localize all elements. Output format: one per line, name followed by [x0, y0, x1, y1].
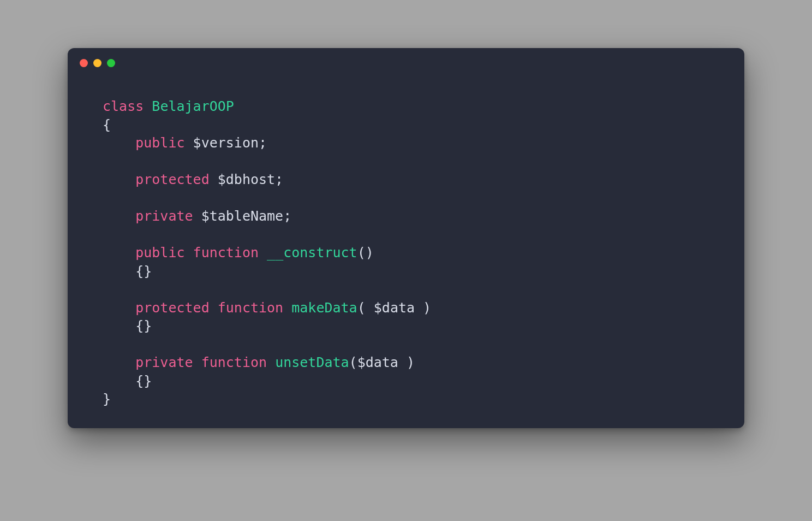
paren-close: ) [423, 300, 431, 316]
keyword-private: private [135, 354, 193, 370]
paren-open: ( [349, 354, 357, 370]
semicolon: ; [283, 208, 291, 224]
brace-open: { [103, 117, 111, 133]
var-data: $data [374, 300, 415, 316]
var-dbhost: $dbhost [218, 171, 275, 187]
code-window: class BelajarOOP { public $version; prot… [68, 48, 744, 428]
keyword-function: function [193, 245, 259, 260]
paren-open: ( [357, 300, 366, 316]
keyword-private: private [135, 208, 193, 224]
keyword-function: function [218, 300, 283, 316]
paren-close: ) [407, 354, 415, 370]
window-titlebar [68, 48, 744, 78]
close-icon[interactable] [80, 59, 88, 67]
brace-close: } [103, 391, 111, 407]
var-tablename: $tableName [201, 208, 284, 224]
braces-empty: {} [135, 263, 152, 279]
paren-close: ) [366, 245, 374, 260]
var-data: $data [357, 354, 398, 370]
fn-construct: __construct [267, 245, 357, 260]
class-name: BelajarOOP [152, 98, 234, 114]
keyword-protected: protected [135, 171, 209, 187]
semicolon: ; [275, 171, 283, 187]
braces-empty: {} [135, 373, 152, 389]
code-block: class BelajarOOP { public $version; prot… [68, 78, 744, 408]
maximize-icon[interactable] [107, 59, 115, 67]
fn-unsetdata: unsetData [275, 354, 349, 370]
var-version: $version [193, 135, 259, 151]
fn-makedata: makeData [291, 300, 357, 316]
keyword-class: class [103, 98, 144, 114]
paren-open: ( [357, 245, 366, 260]
braces-empty: {} [135, 318, 152, 334]
minimize-icon[interactable] [93, 59, 101, 67]
keyword-protected: protected [135, 300, 209, 316]
keyword-function: function [201, 354, 267, 370]
keyword-public: public [135, 135, 184, 151]
semicolon: ; [259, 135, 267, 151]
stage: class BelajarOOP { public $version; prot… [0, 0, 812, 521]
keyword-public: public [135, 245, 184, 260]
